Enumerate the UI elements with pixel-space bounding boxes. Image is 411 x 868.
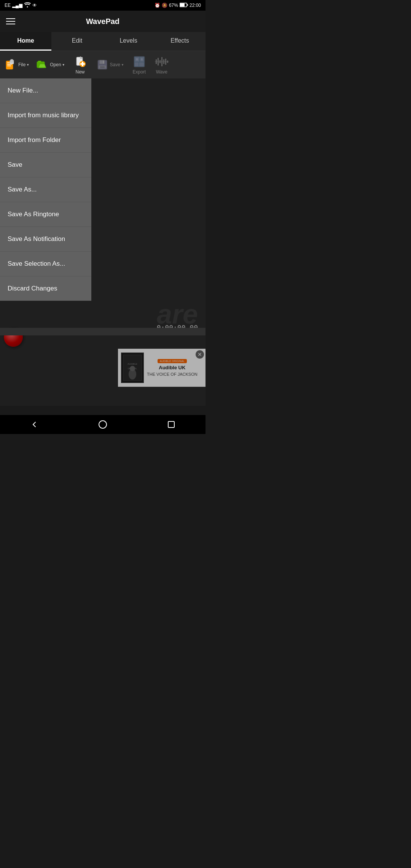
svg-rect-2 [187,4,188,6]
svg-rect-26 [136,58,138,61]
menu-new-file[interactable]: New File... [0,78,91,103]
svg-rect-25 [139,62,144,66]
dropdown-menu: New File... Import from music library Im… [0,78,91,301]
new-icon [73,55,87,69]
svg-rect-8 [11,59,13,62]
wave-label: Wave [156,69,167,75]
svg-rect-35 [167,61,168,63]
app-title: WavePad [86,17,119,26]
svg-rect-20 [100,66,105,68]
open-arrow-icon: ▼ [62,63,65,67]
file-label: File [18,62,25,67]
export-label: Export [132,69,146,75]
tab-levels[interactable]: Levels [103,32,154,51]
export-icon [132,55,146,69]
eye-icon: 👁 [32,3,37,8]
svg-marker-11 [38,64,46,68]
status-left: EE ▂▄▆ 👁 [5,2,37,9]
svg-rect-29 [156,59,157,64]
svg-rect-10 [38,61,41,62]
file-arrow-icon: ▼ [26,63,29,67]
menu-save[interactable]: Save [0,153,91,177]
svg-rect-24 [135,62,139,66]
toolbar: File ▼ Open ▼ [0,51,206,78]
status-bar: EE ▂▄▆ 👁 ⏰ 🔕 67% 22:00 [0,0,206,11]
toolbar-open[interactable]: Open ▼ [33,56,67,74]
svg-rect-31 [159,60,161,63]
save-icon [96,58,109,72]
battery-text: 67% [169,3,178,8]
menu-save-selection[interactable]: Save Selection As... [0,252,91,276]
carrier-text: EE [5,3,11,8]
toolbar-wave[interactable]: Wave [152,53,171,77]
toolbar-file[interactable]: File ▼ [2,56,32,74]
hamburger-button[interactable] [6,18,15,24]
status-right: ⏰ 🔕 67% 22:00 [155,3,201,8]
toolbar-export[interactable]: Export [128,53,151,77]
menu-import-music[interactable]: Import from music library [0,103,91,128]
nav-tabs: Home Edit Levels Effects [0,32,206,51]
svg-rect-33 [163,59,164,64]
recents-button[interactable] [164,417,179,432]
wifi-icon [24,2,31,9]
main-area: are New File... Import from music librar… [0,78,206,406]
alarm-icon: ⏰ [155,3,160,8]
save-label: Save [110,62,120,67]
menu-save-ringtone[interactable]: Save As Ringtone [0,202,91,227]
svg-rect-6 [7,65,11,66]
menu-discard[interactable]: Discard Changes [0,276,91,301]
signal-icon: ▂▄▆ [12,3,22,8]
menu-save-notification[interactable]: Save As Notification [0,227,91,252]
svg-rect-15 [80,63,85,65]
back-button[interactable] [27,417,42,432]
file-icon [4,58,18,72]
mute-icon: 🔕 [162,3,167,8]
menu-import-folder[interactable]: Import from Folder [0,128,91,153]
svg-rect-1 [180,3,185,6]
tab-effects[interactable]: Effects [154,32,206,51]
tab-edit[interactable]: Edit [51,32,103,51]
open-label: Open [50,62,61,67]
svg-rect-43 [168,421,174,428]
svg-rect-32 [161,57,162,66]
toolbar-new[interactable]: New [69,53,92,77]
svg-rect-34 [165,59,166,65]
svg-rect-18 [103,61,104,64]
menu-save-as[interactable]: Save As... [0,177,91,202]
wave-icon [155,55,169,69]
svg-point-42 [99,421,107,428]
new-label: New [76,69,85,75]
svg-rect-30 [158,58,159,65]
top-bar: WavePad [0,11,206,32]
open-icon [35,58,49,72]
toolbar-save[interactable]: Save ▼ [93,56,126,74]
home-button[interactable] [95,417,110,432]
svg-rect-27 [141,58,143,61]
tab-home[interactable]: Home [0,32,51,51]
time-text: 22:00 [190,3,201,8]
battery-icon [180,3,188,8]
save-arrow-icon: ▼ [121,63,124,67]
nav-bar [0,415,206,434]
